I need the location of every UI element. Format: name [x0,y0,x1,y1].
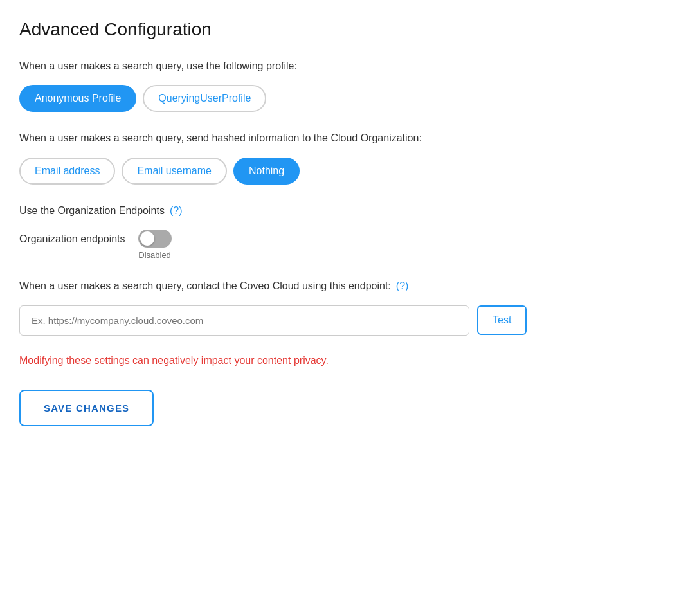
toggle-wrapper: Disabled [138,230,172,260]
org-endpoints-label: Use the Organization Endpoints [19,204,165,218]
org-endpoints-toggle-row: Organization endpoints Disabled [19,230,660,260]
endpoint-section-label: When a user makes a search query, contac… [19,279,391,293]
page-title: Advanced Configuration [19,19,660,40]
profile-button-group: Anonymous Profile QueryingUserProfile [19,85,660,112]
org-endpoints-header: Use the Organization Endpoints (?) [19,204,660,218]
endpoint-header: When a user makes a search query, contac… [19,279,660,293]
profile-section-label: When a user makes a search query, use th… [19,59,660,73]
hashed-section: When a user makes a search query, send h… [19,131,660,184]
test-button[interactable]: Test [477,305,527,335]
endpoint-section: When a user makes a search query, contac… [19,279,660,335]
org-endpoints-toggle[interactable] [138,230,172,248]
toggle-thumb [140,231,154,246]
toggle-label-text: Organization endpoints [19,230,125,245]
hashed-button-group: Email address Email username Nothing [19,158,660,185]
org-endpoints-section: Use the Organization Endpoints (?) Organ… [19,204,660,260]
email-address-button[interactable]: Email address [19,158,115,185]
querying-user-profile-button[interactable]: QueryingUserProfile [143,85,266,112]
endpoint-input[interactable] [19,305,469,336]
save-changes-button[interactable]: SAVE CHANGES [19,390,154,426]
email-username-button[interactable]: Email username [122,158,227,185]
toggle-status-text: Disabled [138,250,171,260]
warning-text: Modifying these settings can negatively … [19,355,660,367]
anonymous-profile-button[interactable]: Anonymous Profile [19,85,136,112]
hashed-section-label: When a user makes a search query, send h… [19,131,660,145]
endpoint-help-link[interactable]: (?) [396,280,409,292]
nothing-button[interactable]: Nothing [233,158,300,185]
endpoint-row: Test [19,305,660,336]
org-endpoints-help-link[interactable]: (?) [170,205,183,217]
profile-section: When a user makes a search query, use th… [19,59,660,112]
